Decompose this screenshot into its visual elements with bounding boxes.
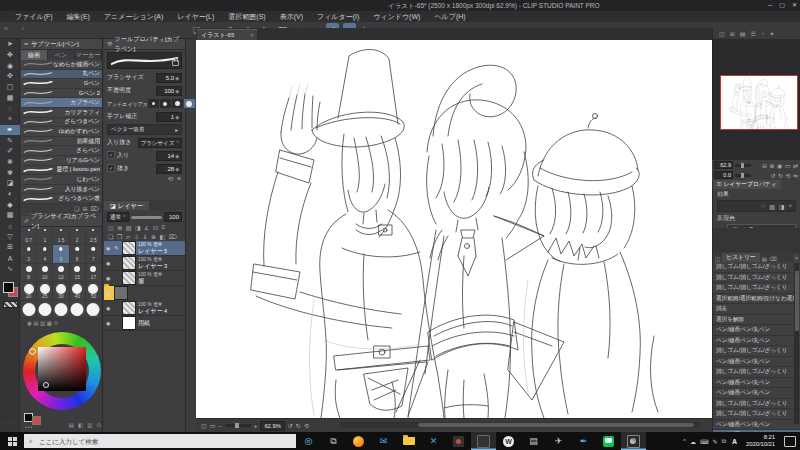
layer-thumbnail[interactable] — [122, 241, 136, 255]
subtool-group-tab[interactable]: ペン — [48, 50, 75, 60]
jet-app-icon[interactable]: ✈ — [546, 432, 571, 450]
display-icon[interactable]: ⧉ — [722, 438, 726, 445]
layer-visibility-icon[interactable]: ◉ — [106, 305, 112, 311]
reset-rotation-icon[interactable]: ⟲ — [304, 422, 309, 429]
palette-menu-icon[interactable]: ◫ — [108, 224, 114, 231]
gradient-tool[interactable]: ▩ — [0, 210, 20, 221]
brush-size-cell[interactable]: 7 — [86, 245, 102, 263]
feather-app-icon[interactable]: ✒ — [571, 432, 596, 450]
history-entry[interactable]: 消しゴム/消しゴム/ざっくり — [713, 262, 800, 273]
layer-color-effect-icon[interactable]: ◨ — [779, 203, 785, 210]
out-value-input[interactable]: 28 ◆ — [156, 164, 182, 174]
subtool-item[interactable]: ゆめかすれペン — [21, 127, 102, 137]
layer-row[interactable]: ◉ 100 % 通常 下塗り — [104, 286, 116, 301]
history-tab[interactable]: ヒストリー — [722, 253, 760, 262]
cortana-icon[interactable]: ◎ — [296, 432, 321, 450]
layer-row[interactable]: ◉ 用紙 — [104, 316, 185, 331]
taskbar-clock[interactable]: 8:21 2020/10/21 — [743, 434, 778, 448]
history-entry[interactable]: 消しゴム/消しゴム/ざっくり — [713, 273, 800, 284]
history-entry[interactable]: 消しゴム/消しゴム/ざっくり — [713, 346, 800, 357]
fit-icon[interactable]: ▭ — [210, 422, 216, 429]
x-app-icon[interactable]: ✕ — [421, 432, 446, 450]
canvas[interactable] — [196, 40, 712, 418]
selection-tool[interactable]: ▦ — [0, 92, 20, 103]
subtool-panel-header[interactable]: ✒ サブツール[ペン] — [21, 39, 102, 50]
action-center-icon[interactable] — [784, 436, 796, 447]
zoom-slider[interactable] — [225, 424, 251, 427]
history-entry[interactable]: ペン/線画ペン/丸ペン — [713, 420, 800, 431]
material-icon[interactable]: ✦ — [769, 30, 774, 37]
in-value-input[interactable]: 14 ◆ — [156, 151, 182, 161]
subtool-item[interactable]: 入り抜きペン — [21, 185, 102, 195]
brush-size-cell[interactable]: 0.7 — [21, 227, 37, 245]
dark-red-app-icon[interactable] — [446, 432, 471, 450]
canvas-horizontal-scrollbar[interactable] — [340, 422, 700, 428]
out-checkbox[interactable]: ✓ — [107, 164, 115, 172]
ime-mode-indicator[interactable]: A — [730, 438, 739, 445]
canvas-tab[interactable]: イラスト-65 ✕ — [197, 29, 257, 40]
layer-panel-tab[interactable]: ◪ レイヤー — [104, 201, 149, 210]
brush-tool[interactable]: ✐ — [0, 146, 20, 157]
firefox-icon[interactable] — [346, 432, 371, 450]
taskbar-search[interactable]: ⌕ — [24, 434, 296, 448]
new-folder-icon[interactable]: ▱ — [126, 233, 131, 240]
layer-row[interactable]: ◉ 100 % 通常 レイヤー 3 — [104, 256, 185, 271]
history-entry[interactable]: 消しゴム/消しゴム/ざっくり — [713, 367, 800, 378]
history-entry[interactable]: ペン/線画ペン/丸ペン — [713, 378, 800, 389]
zoom-tool[interactable]: ◉ — [0, 60, 20, 71]
nav-reset-icon[interactable]: ⟲ — [785, 172, 790, 179]
mask-enable-icon[interactable]: ◨ — [135, 224, 141, 231]
opacity-input[interactable]: 100 ◆ — [156, 86, 182, 96]
menu-item[interactable]: アニメーション(A) — [97, 11, 170, 22]
figure-tool[interactable]: ○ — [0, 221, 20, 232]
brush-size-cell[interactable]: 70 — [37, 301, 53, 319]
lasso-tool[interactable]: ◌ — [0, 103, 20, 114]
search-input[interactable] — [37, 437, 241, 446]
layer-thumbnail[interactable] — [114, 286, 128, 300]
subview-icon[interactable]: ⊞ — [730, 30, 735, 37]
subtool-item[interactable]: 丸ペン — [21, 70, 102, 80]
spinner-icon[interactable]: ◆ — [175, 152, 179, 160]
brush-size-cell[interactable]: 30 — [53, 282, 69, 300]
tool-property-header[interactable]: ⚒ ツールプロパティ[カブラペン] — [104, 39, 185, 50]
quick-access-icon[interactable]: ◫ — [719, 30, 725, 37]
airbrush-tool[interactable]: ❋ — [0, 157, 20, 168]
brush-size-cell[interactable]: 3 — [21, 245, 37, 263]
zoom-percent-display[interactable]: 62.9% — [260, 421, 284, 431]
scroll-up-arrow[interactable]: ▲ — [794, 254, 799, 262]
navigator-rotate-slider[interactable] — [735, 174, 751, 177]
navigator-rotate-value[interactable]: 0.0 — [714, 171, 733, 179]
subtool-item[interactable]: なめらか線画ペン — [21, 60, 102, 70]
menu-item[interactable]: 編集(E) — [60, 11, 97, 22]
history-entry[interactable]: ペン/線画ペン/丸ペン — [713, 388, 800, 399]
layer-opacity-value[interactable]: 100 — [164, 212, 182, 222]
history-entry[interactable]: 消去 — [713, 304, 800, 315]
reference-layer-icon[interactable]: ≡ — [161, 224, 165, 231]
layer-thumbnail[interactable] — [122, 316, 136, 330]
subtool-item[interactable]: 愛理 | kouno pen — [21, 166, 102, 176]
fill-tool[interactable]: ◆ — [0, 199, 20, 210]
layer-row[interactable]: ◉ 100 % 通常 レイヤー 4 — [104, 301, 185, 316]
history-entry[interactable]: 消しゴム/消しゴム/ざっくり — [713, 399, 800, 410]
eraser-tool[interactable]: ◪ — [0, 178, 20, 189]
spinner-icon[interactable]: ◆ — [175, 87, 179, 95]
subtool-item[interactable]: Gペン — [21, 79, 102, 89]
color-panel-icons[interactable]: ▤◧▥⊙ — [69, 422, 101, 428]
subtool-item[interactable]: さらペン — [21, 146, 102, 156]
antialias-options[interactable] — [148, 99, 195, 108]
polyline-tool[interactable]: ▽ — [0, 231, 20, 242]
operation-tool[interactable]: ➤ — [0, 39, 20, 50]
menu-item[interactable]: 選択範囲(S) — [221, 11, 272, 22]
pencil-tool[interactable]: ✎ — [0, 135, 20, 146]
layer-property-tab[interactable]: ⚿ レイヤープロパティ — [713, 180, 781, 189]
stabilization-input[interactable]: 1 ◆ — [156, 112, 182, 122]
layer-visibility-icon[interactable]: ◉ — [106, 260, 112, 266]
brush-size-cell[interactable]: 5 — [53, 245, 69, 263]
mail-icon[interactable]: ✉ — [371, 432, 396, 450]
brush-size-cell[interactable]: 6 — [70, 245, 86, 263]
layer-visibility-icon[interactable]: ◉ — [106, 320, 112, 326]
brush-size-cell[interactable]: 4 — [37, 245, 53, 263]
subtool-item[interactable]: 効果線用 — [21, 137, 102, 147]
pen-tool[interactable]: ✒ — [0, 125, 20, 136]
layer-row[interactable]: ◉ ✎ 100 % 通常 レイヤー 5 — [104, 241, 185, 256]
